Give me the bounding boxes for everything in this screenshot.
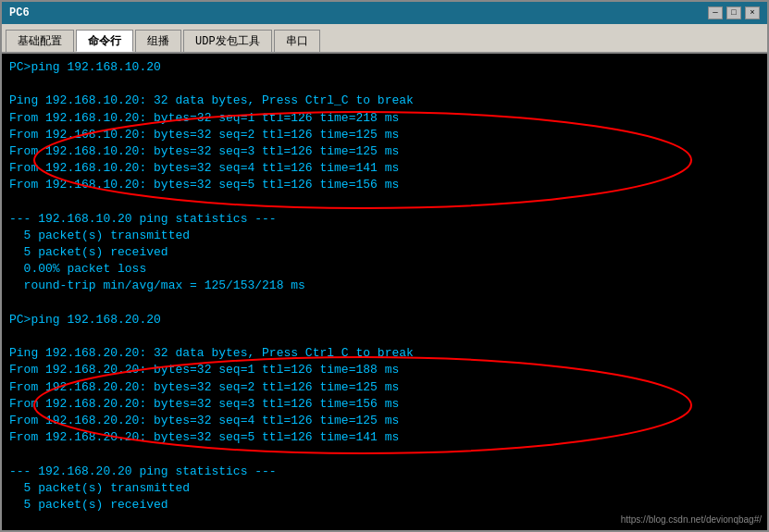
terminal-line: From 192.168.10.20: bytes=32 seq=3 ttl=1… — [9, 143, 760, 160]
tab-bar: 基础配置 命令行 组播 UDP发包工具 串口 — [2, 24, 767, 54]
terminal-line — [9, 328, 760, 345]
maximize-button[interactable]: □ — [726, 6, 741, 19]
watermark: https://blog.csdn.net/devionqbag#/ — [621, 513, 762, 526]
terminal-line: PC>ping 192.168.20.20 — [9, 312, 760, 328]
tab-serial[interactable]: 串口 — [274, 30, 320, 52]
terminal-line: Ping 192.168.10.20: 32 data bytes, Press… — [9, 93, 760, 109]
terminal-line: From 192.168.20.20: bytes=32 seq=3 ttl=1… — [9, 396, 760, 413]
terminal-line: 0.00% packet loss — [9, 261, 760, 278]
terminal-line — [9, 295, 760, 312]
terminal-line: Ping 192.168.20.20: 32 data bytes, Press… — [9, 345, 760, 362]
close-button[interactable]: × — [745, 6, 760, 19]
terminal-line: 5 packet(s) transmitted — [9, 228, 760, 244]
terminal-line: 5 packet(s) received — [9, 497, 760, 513]
terminal-line: 5 packet(s) received — [9, 244, 760, 261]
terminal-line: --- 192.168.10.20 ping statistics --- — [9, 211, 760, 228]
terminal-line: From 192.168.20.20: bytes=32 seq=5 ttl=1… — [9, 429, 760, 446]
terminal-line: --- 192.168.20.20 ping statistics --- — [9, 464, 760, 480]
tab-command-line[interactable]: 命令行 — [76, 30, 133, 52]
tab-udp-tool[interactable]: UDP发包工具 — [183, 30, 272, 52]
minimize-button[interactable]: — — [708, 6, 723, 19]
terminal-line — [9, 446, 760, 463]
terminal-line — [9, 76, 760, 93]
terminal-line: From 192.168.10.20: bytes=32 seq=5 ttl=1… — [9, 177, 760, 193]
title-controls: — □ × — [708, 6, 760, 19]
tab-basic-config[interactable]: 基础配置 — [6, 30, 74, 52]
terminal-line: From 192.168.20.20: bytes=32 seq=1 ttl=1… — [9, 362, 760, 378]
title-bar: PC6 — □ × — [2, 2, 767, 24]
terminal-line: From 192.168.10.20: bytes=32 seq=2 ttl=1… — [9, 127, 760, 143]
terminal-line: 5 packet(s) transmitted — [9, 480, 760, 497]
terminal[interactable]: PC>ping 192.168.10.20 Ping 192.168.10.20… — [2, 54, 767, 530]
main-window: PC6 — □ × 基础配置 命令行 组播 UDP发包工具 串口 PC>ping… — [0, 0, 769, 532]
terminal-line: From 192.168.20.20: bytes=32 seq=2 ttl=1… — [9, 379, 760, 396]
window-title: PC6 — [9, 6, 30, 19]
terminal-line: From 192.168.10.20: bytes=32 seq=1 ttl=1… — [9, 110, 760, 127]
terminal-line: round-trip min/avg/max = 125/153/218 ms — [9, 278, 760, 294]
terminal-line: PC>ping 192.168.10.20 — [9, 59, 760, 76]
tab-multicast[interactable]: 组播 — [135, 30, 181, 52]
terminal-line: From 192.168.10.20: bytes=32 seq=4 ttl=1… — [9, 160, 760, 177]
terminal-line — [9, 194, 760, 211]
terminal-line: From 192.168.20.20: bytes=32 seq=4 ttl=1… — [9, 413, 760, 429]
